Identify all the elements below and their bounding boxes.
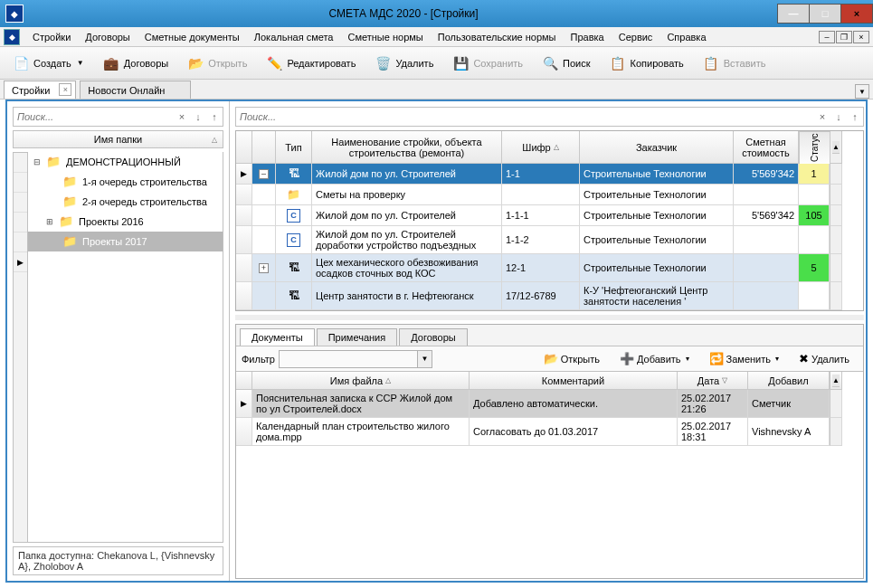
scrollbar[interactable] (830, 390, 842, 418)
tree-node[interactable]: ⊞Проекты 2016 (28, 212, 223, 232)
menu-pravka[interactable]: Правка (564, 32, 612, 43)
tab-notes[interactable]: Примечания (317, 328, 398, 346)
menu-smet-doc[interactable]: Сметные документы (138, 32, 247, 43)
scrollbar[interactable] (830, 418, 842, 446)
scroll-up-icon[interactable]: ▲ (832, 141, 840, 154)
horizontal-splitter[interactable] (235, 315, 864, 320)
doc-filename[interactable]: Пояснительная записка к ССР Жилой дом по… (252, 390, 470, 418)
scrollbar[interactable] (830, 282, 842, 310)
doc-open-button[interactable]: 📂Открыть (536, 349, 608, 369)
menu-user-normy[interactable]: Пользовательские нормы (431, 32, 564, 43)
row-cost[interactable]: 5'569'342 (734, 205, 799, 226)
search-down-icon[interactable]: ↓ (830, 109, 847, 125)
folder-search-input[interactable] (14, 111, 174, 122)
doc-comment[interactable]: Добавлено автоматически. (470, 390, 678, 418)
tab-news[interactable]: Новости Онлайн (80, 81, 191, 99)
row-cost[interactable] (734, 254, 799, 282)
row-code[interactable]: 1-1-1 (502, 205, 580, 226)
menu-stroyki[interactable]: Стройки (25, 32, 78, 43)
menu-service[interactable]: Сервис (612, 32, 660, 43)
maximize-button[interactable]: □ (809, 4, 841, 24)
edit-button[interactable]: Редактировать (259, 52, 362, 75)
tree-node-root[interactable]: ⊟ДЕМОНСТРАЦИОННЫЙ (28, 152, 223, 172)
create-button[interactable]: Создать▼ (5, 52, 90, 75)
row-customer[interactable]: Строительные Технологии (580, 226, 734, 254)
col-file[interactable]: Имя файла△ (252, 372, 470, 390)
col-status[interactable]: Статус (799, 131, 830, 164)
scrollbar[interactable] (830, 185, 842, 205)
scrollbar[interactable] (830, 205, 842, 226)
search-button[interactable]: Поиск (535, 52, 596, 75)
menu-local-smeta[interactable]: Локальная смета (247, 32, 341, 43)
tree-node[interactable]: 1-я очередь строительства (28, 172, 223, 192)
row-customer[interactable]: Строительные Технологии (580, 185, 734, 205)
tab-documents[interactable]: Документы (240, 328, 315, 346)
row-code[interactable]: 12-1 (502, 254, 580, 282)
col-type[interactable]: Тип (276, 131, 312, 164)
open-button[interactable]: Открыть (180, 52, 253, 75)
row-customer[interactable]: Строительные Технологии (580, 205, 734, 226)
doc-replace-button[interactable]: 🔁Заменить▾ (701, 349, 787, 369)
search-clear-icon[interactable]: × (814, 109, 830, 125)
search-down-icon[interactable]: ↓ (190, 109, 206, 125)
filter-combo[interactable]: ▼ (279, 350, 432, 368)
row-code[interactable]: 17/12-6789 (502, 282, 580, 310)
search-up-icon[interactable]: ↑ (206, 109, 223, 125)
menu-dogovory[interactable]: Договоры (78, 32, 137, 43)
scrollbar[interactable] (830, 164, 842, 185)
row-code[interactable]: 1-1 (502, 164, 580, 185)
folder-tree-header[interactable]: Имя папки△ (13, 130, 223, 148)
tabs-menu-button[interactable]: ▼ (855, 84, 869, 99)
paste-button[interactable]: Вставить (696, 52, 773, 75)
col-customer[interactable]: Заказчик (580, 131, 734, 164)
scrollbar[interactable] (830, 226, 842, 254)
grid-search-input[interactable] (236, 111, 814, 122)
doc-close[interactable]: × (853, 31, 869, 43)
row-customer[interactable]: К-У 'Нефтеюганский Центр занятости насел… (580, 282, 734, 310)
row-name[interactable]: Жилой дом по ул. Строителей (312, 205, 502, 226)
col-date[interactable]: Дата▽ (678, 372, 748, 390)
menu-smet-normy[interactable]: Сметные нормы (341, 32, 431, 43)
chevron-down-icon[interactable]: ▼ (417, 351, 432, 367)
scroll-up-icon[interactable]: ▲ (832, 375, 840, 387)
col-code[interactable]: Шифр△ (502, 131, 580, 164)
doc-comment[interactable]: Согласовать до 01.03.2017 (470, 418, 678, 446)
doc-restore[interactable]: ❐ (836, 31, 852, 43)
tree-node[interactable]: 2-я очередь строительства (28, 192, 223, 212)
row-cost[interactable] (734, 185, 799, 205)
row-customer[interactable]: Строительные Технологии (580, 254, 734, 282)
expand-toggle[interactable]: + (252, 254, 276, 282)
doc-delete-button[interactable]: ✖Удалить (791, 349, 858, 369)
row-cost[interactable] (734, 226, 799, 254)
folder-tree[interactable]: ⊟ДЕМОНСТРАЦИОННЫЙ 1-я очередь строительс… (27, 152, 223, 543)
col-name[interactable]: Наименование стройки, объекта строительс… (312, 131, 502, 164)
search-clear-icon[interactable]: × (174, 109, 190, 125)
doc-filename[interactable]: Календарный план строительство жилого до… (252, 418, 470, 446)
expand-toggle[interactable]: – (252, 164, 276, 185)
row-name[interactable]: Центр занятости в г. Нефтеюганск (312, 282, 502, 310)
app-menu-icon[interactable]: ◆ (4, 29, 20, 45)
row-name[interactable]: Цех механического обезвоживания осадков … (312, 254, 502, 282)
minimize-button[interactable]: — (777, 4, 810, 24)
search-up-icon[interactable]: ↑ (847, 109, 863, 125)
tree-node-selected[interactable]: Проекты 2017 (28, 232, 223, 251)
row-cost[interactable] (734, 282, 799, 310)
close-button[interactable]: × (840, 4, 873, 24)
delete-button[interactable]: Удалить (367, 52, 440, 75)
tab-stroyki[interactable]: Стройки× (4, 81, 76, 99)
tab-close-icon[interactable]: × (59, 83, 71, 96)
row-name[interactable]: Жилой дом по ул. Строителей доработки ус… (312, 226, 502, 254)
col-comment[interactable]: Комментарий (470, 372, 678, 390)
copy-button[interactable]: Копировать (603, 52, 690, 75)
col-user[interactable]: Добавил (748, 372, 830, 390)
doc-minimize[interactable]: – (819, 31, 835, 43)
row-customer[interactable]: Строительные Технологии (580, 164, 734, 185)
row-name[interactable]: Сметы на проверку (312, 185, 502, 205)
row-name[interactable]: Жилой дом по ул. Строителей (312, 164, 502, 185)
scrollbar[interactable] (830, 254, 842, 282)
contracts-button[interactable]: Договоры (96, 52, 175, 75)
tab-contracts[interactable]: Договоры (399, 328, 467, 346)
row-code[interactable]: 1-1-2 (502, 226, 580, 254)
row-cost[interactable]: 5'569'342 (734, 164, 799, 185)
row-code[interactable] (502, 185, 580, 205)
